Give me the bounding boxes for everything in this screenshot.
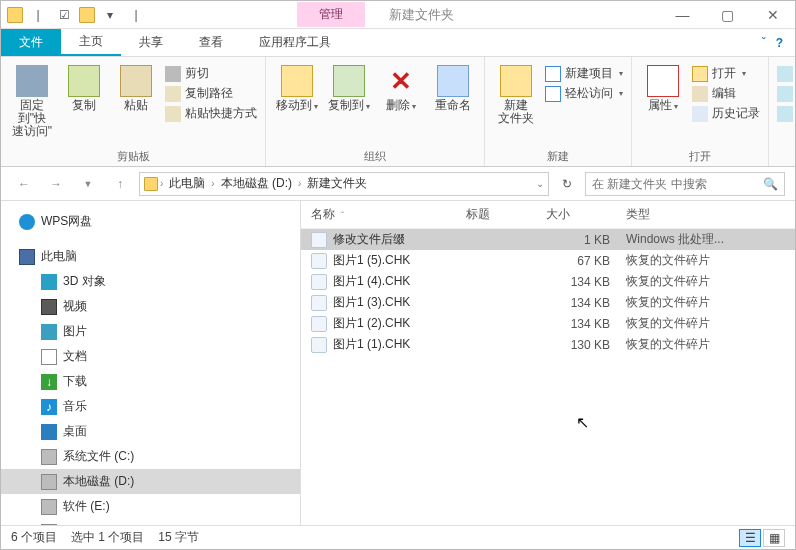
cloud-icon <box>19 214 35 230</box>
drive-icon <box>41 474 57 490</box>
easyaccess-button[interactable]: 轻松访问▾ <box>545 85 623 102</box>
history-button[interactable]: 历史记录 <box>692 105 760 122</box>
file-row[interactable]: 修改文件后缀1 KBWindows 批处理... <box>301 229 795 250</box>
moveto-button[interactable]: 移动到▾ <box>274 61 320 113</box>
nav-video[interactable]: 视频 <box>1 294 300 319</box>
file-type: 恢复的文件碎片 <box>626 252 795 269</box>
file-icon <box>311 316 327 332</box>
group-select-label: 选择 <box>777 147 796 164</box>
drive-icon <box>41 499 57 515</box>
file-type: 恢复的文件碎片 <box>626 315 795 332</box>
file-row[interactable]: 图片1 (4).CHK134 KB恢复的文件碎片 <box>301 271 795 292</box>
recent-dropdown[interactable]: ▼ <box>75 171 101 197</box>
column-name[interactable]: 名称ˇ <box>311 206 466 223</box>
icons-view-button[interactable]: ▦ <box>763 529 785 547</box>
back-button[interactable]: ← <box>11 171 37 197</box>
copy-button[interactable]: 复制 <box>61 61 107 112</box>
nav-pc[interactable]: 此电脑 <box>1 244 300 269</box>
file-name: 图片1 (2).CHK <box>333 315 410 332</box>
nav-music[interactable]: ♪音乐 <box>1 394 300 419</box>
file-row[interactable]: 图片1 (3).CHK134 KB恢复的文件碎片 <box>301 292 795 313</box>
column-size[interactable]: 大小 <box>546 206 626 223</box>
tab-file[interactable]: 文件 <box>1 29 61 56</box>
cut-button[interactable]: 剪切 <box>165 65 257 82</box>
file-name: 图片1 (1).CHK <box>333 336 410 353</box>
search-box[interactable]: 🔍 <box>585 172 785 196</box>
nav-downloads[interactable]: ↓下载 <box>1 369 300 394</box>
pc-icon <box>19 249 35 265</box>
nav-drive-c[interactable]: 系统文件 (C:) <box>1 444 300 469</box>
file-name: 图片1 (4).CHK <box>333 273 410 290</box>
nav-pictures[interactable]: 图片 <box>1 319 300 344</box>
chevron-right-icon[interactable]: › <box>298 178 301 189</box>
chevron-right-icon[interactable]: › <box>211 178 214 189</box>
up-button[interactable]: ↑ <box>107 171 133 197</box>
qat-dropdown-icon[interactable]: ▾ <box>99 4 121 26</box>
file-pane: 名称ˇ 标题 大小 类型 修改文件后缀1 KBWindows 批处理...图片1… <box>301 201 795 525</box>
qat-separator: | <box>27 4 49 26</box>
ribbon: 固定到"快 速访问" 复制 粘贴 剪切 复制路径 粘贴快捷方式 剪贴板 移动到▾… <box>1 57 795 167</box>
tab-view[interactable]: 查看 <box>181 29 241 56</box>
properties-button[interactable]: 属性▾ <box>640 61 686 113</box>
tab-share[interactable]: 共享 <box>121 29 181 56</box>
breadcrumb-dropdown-icon[interactable]: ⌄ <box>536 178 544 189</box>
maximize-button[interactable]: ▢ <box>705 1 750 29</box>
copypath-button[interactable]: 复制路径 <box>165 85 257 102</box>
navigation-pane[interactable]: WPS网盘 此电脑 3D 对象 视频 图片 文档 ↓下载 ♪音乐 桌面 系统文件… <box>1 201 301 525</box>
qat-folder-icon[interactable] <box>79 7 95 23</box>
paste-button[interactable]: 粘贴 <box>113 61 159 112</box>
breadcrumb-drive[interactable]: 本地磁盘 (D:) <box>217 175 296 192</box>
nav-desktop[interactable]: 桌面 <box>1 419 300 444</box>
status-selected: 选中 1 个项目 <box>71 529 144 546</box>
help-icon[interactable]: ? <box>776 36 783 50</box>
minimize-button[interactable]: — <box>660 1 705 29</box>
cube-icon <box>41 274 57 290</box>
column-title[interactable]: 标题 <box>466 206 546 223</box>
open-button[interactable]: 打开▾ <box>692 65 760 82</box>
nav-drive-e[interactable]: 软件 (E:) <box>1 494 300 519</box>
close-button[interactable]: ✕ <box>750 1 795 29</box>
address-bar: ← → ▼ ↑ › 此电脑 › 本地磁盘 (D:) › 新建文件夹 ⌄ ↻ 🔍 <box>1 167 795 201</box>
qat-checkbox-icon[interactable]: ☑ <box>53 4 75 26</box>
window-title: 新建文件夹 <box>389 6 454 24</box>
tab-home[interactable]: 主页 <box>61 29 121 56</box>
file-row[interactable]: 图片1 (1).CHK130 KB恢复的文件碎片 <box>301 334 795 355</box>
file-name: 修改文件后缀 <box>333 231 405 248</box>
tab-apptools[interactable]: 应用程序工具 <box>241 29 349 56</box>
column-headers[interactable]: 名称ˇ 标题 大小 类型 <box>301 201 795 229</box>
collapse-ribbon-icon[interactable]: ˇ <box>762 36 766 50</box>
file-name: 图片1 (3).CHK <box>333 294 410 311</box>
search-icon[interactable]: 🔍 <box>763 177 778 191</box>
file-row[interactable]: 图片1 (2).CHK134 KB恢复的文件碎片 <box>301 313 795 334</box>
file-row[interactable]: 图片1 (5).CHK67 KB恢复的文件碎片 <box>301 250 795 271</box>
delete-button[interactable]: ✕删除▾ <box>378 61 424 113</box>
copyto-button[interactable]: 复制到▾ <box>326 61 372 113</box>
breadcrumb-pc[interactable]: 此电脑 <box>165 175 209 192</box>
column-type[interactable]: 类型 <box>626 206 795 223</box>
nav-3d[interactable]: 3D 对象 <box>1 269 300 294</box>
breadcrumb-folder[interactable]: 新建文件夹 <box>303 175 371 192</box>
pasteshortcut-button[interactable]: 粘贴快捷方式 <box>165 105 257 122</box>
search-input[interactable] <box>592 177 763 191</box>
selectall-button[interactable]: 全部选择 <box>777 65 796 82</box>
breadcrumb[interactable]: › 此电脑 › 本地磁盘 (D:) › 新建文件夹 ⌄ <box>139 172 549 196</box>
group-organize-label: 组织 <box>274 147 476 164</box>
rename-button[interactable]: 重命名 <box>430 61 476 112</box>
breadcrumb-folder-icon <box>144 177 158 191</box>
newfolder-button[interactable]: 新建 文件夹 <box>493 61 539 125</box>
nav-documents[interactable]: 文档 <box>1 344 300 369</box>
pin-button[interactable]: 固定到"快 速访问" <box>9 61 55 138</box>
contextual-tab-manage[interactable]: 管理 <box>297 2 365 27</box>
file-list[interactable]: 修改文件后缀1 KBWindows 批处理...图片1 (5).CHK67 KB… <box>301 229 795 525</box>
forward-button[interactable]: → <box>43 171 69 197</box>
selectinvert-button[interactable]: 反向选择 <box>777 105 796 122</box>
edit-button[interactable]: 编辑 <box>692 85 760 102</box>
selectnone-button[interactable]: 全部取消 <box>777 85 796 102</box>
refresh-button[interactable]: ↻ <box>555 172 579 196</box>
chevron-right-icon[interactable]: › <box>160 178 163 189</box>
details-view-button[interactable]: ☰ <box>739 529 761 547</box>
file-size: 134 KB <box>546 296 626 310</box>
nav-wps[interactable]: WPS网盘 <box>1 209 300 234</box>
newitem-button[interactable]: 新建项目▾ <box>545 65 623 82</box>
nav-drive-d[interactable]: 本地磁盘 (D:) <box>1 469 300 494</box>
